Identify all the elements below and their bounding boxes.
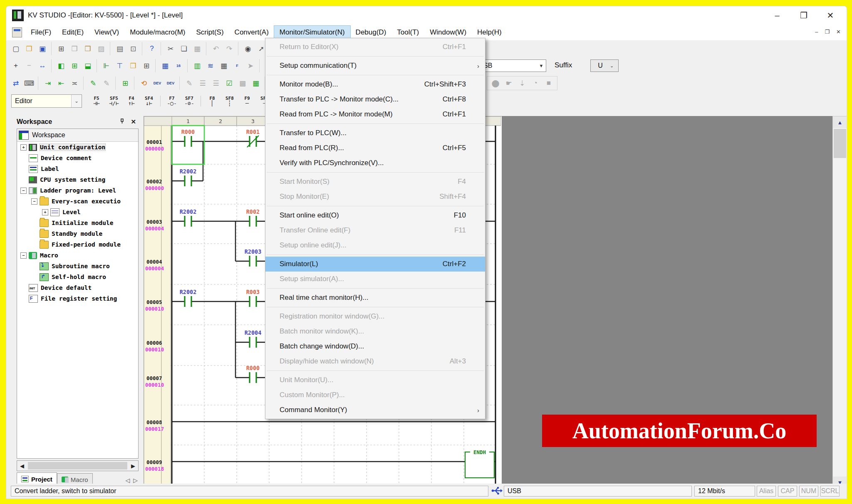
menubar-item-file[interactable]: File(F) [25,26,57,39]
instruction-sf7-button[interactable]: SF7-⊘- [181,94,198,108]
menu-item-setup-simulator[interactable]: Setup simulator(A)... [265,272,485,287]
new-file-icon[interactable]: ▢ [9,42,22,55]
menu-item-read-from-plc-monitor-mode[interactable]: Read from PLC -> Monitor mode(M)Ctrl+F1 [265,107,485,122]
tree-item-macro[interactable]: −Macro [17,250,138,261]
label-view-icon[interactable]: ⊤ [113,59,126,72]
instruction-f9-button[interactable]: F9─ [238,94,256,108]
menubar-item-module-macro[interactable]: Module/macro(M) [124,26,191,39]
hex-16-icon[interactable]: 16 [172,59,185,72]
instruction-f8-button[interactable]: F8│ [203,94,221,108]
transfer-usb-icon[interactable]: ⇄ [9,77,22,90]
tree-item-cpu-system-setting[interactable]: CPU system setting [17,174,138,185]
menubar-item-help[interactable]: Help(H) [472,26,507,39]
menu-item-simulator[interactable]: Simulator(L)Ctrl+F2 [265,257,485,272]
scroll-left-icon[interactable]: ◀ [17,463,27,469]
tree-item-ladder-program-level[interactable]: −Ladder program: Level [17,185,138,196]
restore-button[interactable]: ❐ [798,10,810,20]
menu-item-setup-online-edit[interactable]: Setup online edit(J)... [265,238,485,253]
array-window-icon[interactable]: ▩ [236,77,249,90]
endh-instruction[interactable] [465,452,494,478]
menu-item-transfer-to-plc-monitor-mode[interactable]: Transfer to PLC -> Monitor mode(C)...Ctr… [265,92,485,107]
menubar-item-window[interactable]: Window(W) [424,26,472,39]
scroll-right-icon[interactable]: ▶ [128,463,138,469]
tab-scroll-left-icon[interactable]: ◁ [125,477,130,484]
collapse-icon[interactable]: − [20,188,27,194]
instruction-f7-button[interactable]: F7-◯- [163,94,181,108]
menu-item-return-to-editor[interactable]: Return to Editor(X)Ctrl+F1 [265,40,485,54]
online-transfer-icon[interactable]: ✎ [100,77,113,90]
tree-item-label[interactable]: Label [17,163,138,174]
find-icon[interactable]: ◉ [241,42,255,55]
cut-icon[interactable]: ✂ [164,42,177,55]
menu-item-batch-change-window[interactable]: Batch change window(D)... [265,339,485,354]
convert-icon[interactable]: ➤ [244,59,257,72]
view-workspace-icon[interactable]: ◧ [54,59,68,72]
comm-setup-icon[interactable]: ⌨ [22,77,36,90]
monitor-window-icon[interactable]: ▦ [159,59,172,72]
menu-item-setup-communication[interactable]: Setup communication(T)› [265,58,485,73]
help-icon[interactable]: ? [145,42,159,55]
device-comment-icon[interactable]: ⊩ [100,59,113,72]
sim-timer-icon[interactable]: ◔ [529,77,542,90]
export-module-icon[interactable]: ▨ [94,42,108,55]
sim-halt-square-icon[interactable]: ■ [542,77,555,90]
menu-item-read-from-plc[interactable]: Read from PLC(R)...Ctrl+F5 [265,141,485,156]
tree-item-device-comment[interactable]: Device comment [17,153,138,163]
zoom-in-icon[interactable]: + [9,59,22,72]
tab-scroll-right-icon[interactable]: ▷ [133,477,138,484]
zoom-out-icon[interactable]: − [22,59,36,72]
paste-icon[interactable]: ▦ [191,42,204,55]
menubar-item-script[interactable]: Script(S) [191,26,229,39]
menubar-item-edit[interactable]: Edit(E) [57,26,89,39]
check-list-icon[interactable]: ☑ [223,77,236,90]
menubar-item-view[interactable]: View(V) [89,26,124,39]
dev-monitor-icon[interactable]: DEV [151,77,164,90]
sync-icon[interactable]: ⟲ [137,77,151,90]
sim-stop-octagon-icon[interactable]: ⬤ [489,77,502,90]
expand-icon[interactable]: + [42,209,48,215]
verify-plc-icon[interactable]: ≍ [68,77,81,90]
view-output-icon[interactable]: ⬓ [81,59,94,72]
simulator-grid-icon[interactable]: ⊞ [119,77,132,90]
print-preview-icon[interactable]: ⊡ [126,42,140,55]
menu-item-transfer-online-edit[interactable]: Transfer Online edit(F)F11 [265,223,485,238]
undo-icon[interactable]: ↶ [209,42,223,55]
collapse-icon[interactable]: − [31,198,37,205]
workspace-hscrollbar[interactable]: ◀ ▶ [17,460,139,471]
close-panel-icon[interactable]: ✕ [131,118,136,126]
view-ladder-icon[interactable]: ⊞ [68,59,81,72]
menu-item-command-monitor[interactable]: Command Monitor(Y)› [265,403,485,418]
menubar-item-convert[interactable]: Convert(A) [229,26,274,39]
read-plc-icon[interactable]: ⇤ [54,77,68,90]
save-icon[interactable]: ▣ [36,42,49,55]
editor-mode-combo[interactable]: Editor ⌄ [11,94,82,108]
menu-item-registration-monitor-window[interactable]: Registration monitor window(G)... [265,309,485,324]
menubar-item-monitor-simulator[interactable]: Monitor/Simulator(N) [274,26,350,39]
chart-window-icon[interactable]: ▦ [249,77,263,90]
mdi-close-button[interactable]: ✕ [836,29,841,35]
menu-item-start-monitor[interactable]: Start Monitor(S)F4 [265,174,485,189]
new-ladder-icon[interactable]: ⊞ [54,42,68,55]
scrollbar-thumb[interactable] [28,462,127,469]
close-button[interactable]: ✕ [824,10,837,20]
tree-item-standby-module[interactable]: Standby module [17,228,138,239]
copy-icon[interactable]: ❏ [177,42,191,55]
tree-item-subroutine-macro[interactable]: Subroutine macro [17,261,138,272]
tree-item-every-scan-executio[interactable]: −Every-scan executio [17,196,138,207]
print-icon[interactable]: ▤ [113,42,126,55]
menu-item-start-online-edit[interactable]: Start online edit(O)F10 [265,208,485,223]
calculator-icon[interactable]: ⊞ [140,59,153,72]
file-register-icon[interactable]: F [230,59,244,72]
mdi-restore-button[interactable]: ❐ [825,29,830,35]
instruction-f5-button[interactable]: F5⊣⊢ [88,94,105,108]
editor-vscrollbar[interactable]: ▲ ▼ [832,116,847,489]
registration-list-icon[interactable]: ☰ [196,77,209,90]
instruction-f4-button[interactable]: F4↑⊢ [123,94,140,108]
unit-config-icon[interactable]: ▥ [191,59,204,72]
zoom-fit-icon[interactable]: ↔ [36,59,49,72]
sim-step-run-icon[interactable]: ⇣ [515,77,529,90]
open-file-icon[interactable]: ❒ [22,42,36,55]
menu-item-stop-monitor[interactable]: Stop Monitor(E)Shift+F4 [265,189,485,204]
dev-batch-icon[interactable]: DEV [164,77,177,90]
menu-item-verify-with-plc-synchronize[interactable]: Verify with PLC/Synchronize(V)... [265,156,485,170]
